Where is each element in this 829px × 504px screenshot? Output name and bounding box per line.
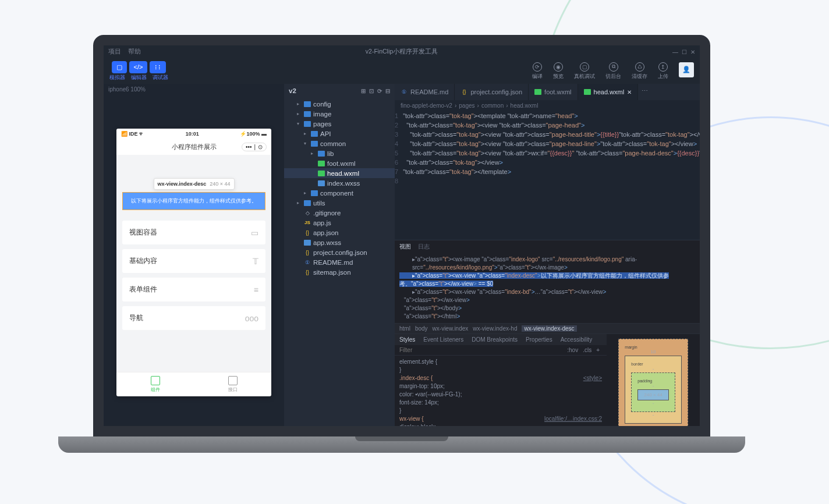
menu-item[interactable]: 表单组件≡ — [122, 278, 265, 301]
dom-crumb[interactable]: wx-view.index-hd — [473, 325, 517, 332]
dom-crumb[interactable]: wx-view.index — [433, 325, 469, 332]
editor-tab[interactable]: head.wxml✕ — [578, 84, 639, 100]
folder-icon — [304, 101, 311, 107]
tree-node[interactable]: head.wxml — [284, 168, 395, 178]
cls-toggle[interactable]: .cls — [580, 347, 594, 353]
remote-debug-button[interactable]: ▢真机调试 — [574, 62, 595, 80]
preview-button[interactable]: ◉预览 — [553, 62, 564, 80]
titlebar: 项目 帮助 v2-FinClip小程序开发工具 — ☐ ✕ — [104, 45, 700, 58]
window-title: v2-FinClip小程序开发工具 — [366, 48, 438, 56]
debugger-label: 调试器 — [153, 74, 168, 81]
styles-tab[interactable]: Properties — [526, 336, 552, 343]
tree-node[interactable]: ▾ common — [284, 139, 395, 148]
menu-item[interactable]: 视图容器▭ — [122, 221, 265, 244]
styles-tab[interactable]: Accessibility — [561, 336, 592, 343]
close-icon[interactable]: ✕ — [690, 49, 695, 55]
tree-node[interactable]: ▸ API — [284, 129, 395, 139]
tree-node[interactable]: ▸ config — [284, 99, 395, 109]
tree-node[interactable]: ▸ image — [284, 109, 395, 119]
phone-simulator: 📶 IDE ᯤ 10:01 ⚡100% ▬ 小程序组件展示 ••• | ⊙ — [116, 129, 271, 396]
tree-node[interactable]: ▸ component — [284, 188, 395, 198]
wxss-icon — [304, 240, 311, 246]
code-editor[interactable]: 12345678 "tok-attr">class="tok-tag"><tem… — [395, 111, 700, 240]
tab-components[interactable]: 组件 — [116, 372, 194, 396]
json-icon: {} — [460, 89, 467, 95]
devtools-tab-log[interactable]: 日志 — [418, 243, 430, 251]
editor-tab[interactable]: ① README.md — [395, 84, 455, 100]
menu-item-icon: ≡ — [254, 285, 258, 294]
dom-crumb[interactable]: body — [415, 325, 428, 332]
menu-item[interactable]: 导航ooo — [122, 306, 265, 330]
devtools-tab-view[interactable]: 视图 — [399, 243, 411, 251]
editor-toggle[interactable]: </> — [129, 61, 148, 73]
dom-crumb[interactable]: html — [399, 325, 410, 332]
tree-node[interactable]: {} project.config.json — [284, 247, 395, 257]
menu-help[interactable]: 帮助 — [128, 48, 141, 56]
json-icon: {} — [304, 230, 311, 236]
user-icon: 👤 — [682, 66, 690, 73]
wxml-icon — [584, 89, 591, 95]
editor-label: 编辑器 — [131, 74, 147, 81]
tab-api[interactable]: 接口 — [194, 372, 271, 396]
dom-breadcrumb[interactable]: htmlbodywx-view.indexwx-view.index-hdwx-… — [395, 323, 700, 334]
styles-tab[interactable]: Styles — [399, 336, 415, 343]
new-file-icon[interactable]: ⊞ — [361, 88, 366, 94]
styles-tab[interactable]: DOM Breakpoints — [472, 336, 518, 343]
device-info[interactable]: iphone6 100% — [104, 84, 284, 95]
folder-icon — [304, 121, 311, 127]
more-tabs-icon[interactable]: ⋯ — [638, 84, 651, 100]
nav-title: 小程序组件展示 — [172, 143, 217, 151]
tree-node[interactable]: JS app.js — [284, 218, 395, 228]
close-circle-icon: ⊙ — [258, 144, 263, 150]
trash-icon: ♺ — [635, 62, 644, 72]
dom-inspector[interactable]: ▸"a">class="t"><wx-image "a">class="inde… — [395, 253, 700, 323]
collapse-icon[interactable]: ⊟ — [385, 88, 390, 94]
tree-node[interactable]: index.wxss — [284, 178, 395, 188]
folder-icon — [304, 200, 311, 206]
folder-icon — [318, 151, 325, 157]
upload-icon: ↥ — [658, 62, 668, 72]
camera-icon — [400, 39, 403, 42]
menu-dots-icon: ••• — [246, 144, 252, 150]
avatar[interactable]: 👤 — [679, 62, 694, 77]
maximize-icon[interactable]: ☐ — [682, 49, 687, 55]
breadcrumb[interactable]: fino-applet-demo-v2 › pages › common › h… — [395, 100, 700, 111]
dom-crumb[interactable]: wx-view.index-desc — [522, 325, 576, 332]
md-icon: ① — [304, 260, 311, 265]
simulator-toggle[interactable]: ▢ — [112, 61, 127, 73]
background-button[interactable]: ⧉切后台 — [605, 62, 621, 80]
tree-node[interactable]: ① README.md — [284, 257, 395, 267]
styles-tab[interactable]: Event Listeners — [423, 336, 463, 343]
hov-toggle[interactable]: :hov — [565, 347, 580, 353]
tree-node[interactable]: {} app.json — [284, 228, 395, 237]
menu-item[interactable]: 基础内容𝕋 — [122, 249, 265, 273]
compile-button[interactable]: ⟳编译 — [532, 62, 543, 80]
refresh-icon[interactable]: ⟳ — [377, 88, 382, 94]
clear-cache-button[interactable]: ♺清缓存 — [632, 62, 647, 80]
close-tab-icon[interactable]: ✕ — [627, 89, 632, 95]
api-icon — [228, 376, 238, 385]
add-style-icon[interactable]: + — [594, 347, 602, 353]
new-folder-icon[interactable]: ⊡ — [369, 88, 374, 94]
upload-button[interactable]: ↥上传 — [658, 62, 668, 80]
capsule-button[interactable]: ••• | ⊙ — [242, 143, 267, 151]
minimize-icon[interactable]: — — [672, 49, 678, 55]
menu-project[interactable]: 项目 — [108, 48, 121, 56]
project-root[interactable]: v2 — [289, 87, 296, 94]
highlighted-element[interactable]: 以下将展示小程序官方组件能力，组件样式仅供参考。 — [122, 192, 265, 210]
tree-node[interactable]: app.wxss — [284, 237, 395, 247]
wxml-icon — [534, 89, 541, 95]
tree-node[interactable]: ▸ lib — [284, 148, 395, 158]
laptop-frame: 项目 帮助 v2-FinClip小程序开发工具 — ☐ ✕ ▢ </> ⫶⫶ — [93, 35, 710, 453]
debugger-toggle[interactable]: ⫶⫶ — [150, 61, 166, 73]
tree-node[interactable]: {} sitemap.json — [284, 267, 395, 277]
inspector-tooltip: wx-view.index-desc 240 × 44 — [154, 178, 235, 190]
tree-node[interactable]: ◇ .gitignore — [284, 208, 395, 218]
css-rules[interactable]: element.style { } .index-desc {<style> m… — [395, 356, 607, 434]
tree-node[interactable]: ▾ pages — [284, 119, 395, 129]
editor-tab[interactable]: {} project.config.json — [455, 84, 529, 100]
editor-tab[interactable]: foot.wxml — [529, 84, 578, 100]
tree-node[interactable]: ▸ utils — [284, 198, 395, 208]
tree-node[interactable]: foot.wxml — [284, 158, 395, 168]
styles-filter-input[interactable] — [399, 347, 565, 353]
